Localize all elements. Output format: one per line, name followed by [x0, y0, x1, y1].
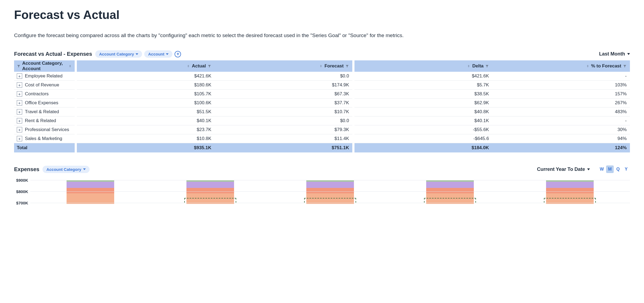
row-category-label: Office Expenses	[25, 100, 58, 106]
pill-account[interactable]: Account	[144, 50, 172, 58]
cell-forecast: $0.0	[215, 72, 352, 81]
cell-delta: $421.6K	[354, 72, 492, 81]
row-category-label: Employee Related	[25, 73, 63, 79]
total-actual: $935.1K	[77, 143, 215, 152]
chart-range-select[interactable]: Current Year To Date	[537, 167, 590, 172]
chart-bar-segment	[306, 193, 354, 204]
cell-delta: $38.5K	[354, 90, 492, 99]
caret-down-icon	[136, 53, 138, 55]
grid-line	[30, 180, 630, 180]
cell-forecast: $79.3K	[215, 125, 352, 134]
y-tick-label: $800K	[16, 189, 28, 194]
grid-line	[30, 191, 630, 192]
chart-section-header: Expenses Account Category Current Year T…	[14, 165, 630, 173]
total-forecast: $751.1K	[215, 143, 352, 152]
expand-row-button[interactable]: +	[17, 82, 22, 88]
table-row-category: +Professional Services	[14, 125, 75, 134]
sort-icon[interactable]	[586, 64, 590, 68]
chart-bar-segment	[306, 182, 354, 188]
granularity-group: WMQY	[598, 165, 630, 173]
col-header-cat[interactable]: Account Category, Account	[14, 60, 75, 72]
expand-row-button[interactable]: +	[17, 100, 22, 106]
cell-actual: $100.6K	[77, 99, 215, 107]
chart-bar[interactable]	[67, 177, 114, 204]
chart-bar-segment	[67, 182, 114, 188]
total-delta: $184.0K	[354, 143, 492, 152]
cell-forecast: $10.7K	[215, 107, 352, 116]
filter-icon[interactable]	[345, 64, 349, 68]
filter-icon[interactable]	[17, 64, 21, 68]
add-dimension-button[interactable]: +	[175, 51, 181, 57]
chart-bar[interactable]	[306, 177, 354, 204]
granularity-q[interactable]: Q	[614, 165, 622, 173]
grid-line	[30, 203, 630, 203]
chart-section-title: Expenses	[14, 166, 39, 172]
pill-label: Account	[148, 52, 164, 56]
cell-delta: $62.9K	[354, 99, 492, 107]
expand-row-button[interactable]: +	[17, 91, 22, 97]
col-header-pct[interactable]: % to Forecast	[492, 60, 630, 72]
pill-label: Account Category	[46, 167, 81, 172]
filter-icon[interactable]	[623, 64, 627, 68]
sort-icon[interactable]	[68, 64, 72, 68]
caret-down-icon	[83, 168, 86, 170]
caret-down-icon	[166, 53, 169, 55]
cell-delta: -$55.6K	[354, 125, 492, 134]
chart-bar-segment	[546, 188, 594, 193]
expand-row-button[interactable]: +	[17, 118, 22, 123]
cell-actual: $421.6K	[77, 72, 215, 81]
chart-bar[interactable]	[186, 177, 234, 204]
table-row-category: +Travel & Related	[14, 107, 75, 116]
cell-pct: 30%	[492, 125, 630, 134]
table-row-category: +Contractors	[14, 90, 75, 99]
pill-account-category[interactable]: Account Category	[95, 50, 142, 58]
table-range-select[interactable]: Last Month	[599, 51, 630, 57]
expand-row-button[interactable]: +	[17, 73, 22, 79]
chart-bar-segment	[186, 182, 234, 188]
table-row-category: +Office Expenses	[14, 99, 75, 107]
expenses-chart: $900K$800K$700K	[14, 177, 630, 204]
y-tick-label: $700K	[16, 201, 28, 205]
cell-pct: 94%	[492, 134, 630, 143]
granularity-w[interactable]: W	[598, 165, 606, 173]
cell-delta: $5.7K	[354, 81, 492, 90]
expand-row-button[interactable]: +	[17, 127, 22, 132]
cell-delta: $40.8K	[354, 107, 492, 116]
col-header-actual[interactable]: Actual	[77, 60, 215, 72]
page-title: Forecast vs Actual	[14, 8, 630, 22]
cell-pct: 267%	[492, 99, 630, 107]
chart-bar[interactable]	[546, 177, 594, 204]
total-pct: 124%	[492, 143, 630, 152]
forecast-vs-actual-table: Account Category, AccountActualForecastD…	[14, 60, 630, 152]
chart-bar-segment	[546, 182, 594, 188]
table-section-title: Forecast vs Actual - Expenses	[14, 51, 92, 57]
sort-icon[interactable]	[186, 64, 190, 68]
cell-pct: 483%	[492, 107, 630, 116]
chart-bar[interactable]	[426, 177, 474, 204]
granularity-m[interactable]: M	[606, 165, 614, 173]
cell-actual: $23.7K	[77, 125, 215, 134]
cell-actual: $40.1K	[77, 116, 215, 125]
chart-bar-segment	[426, 188, 474, 193]
chart-bar-segment	[67, 188, 114, 193]
col-header-label: Forecast	[324, 63, 344, 69]
chart-plot	[30, 177, 630, 204]
table-row-category: +Rent & Related	[14, 116, 75, 125]
range-label: Last Month	[599, 51, 625, 57]
col-header-forecast[interactable]: Forecast	[215, 60, 352, 72]
cell-pct: 103%	[492, 81, 630, 90]
y-tick-label: $900K	[16, 178, 28, 183]
table-row-category: +Sales & Marketing	[14, 134, 75, 143]
row-category-label: Rent & Related	[25, 118, 56, 123]
sort-icon[interactable]	[467, 64, 471, 68]
expand-row-button[interactable]: +	[17, 109, 22, 115]
pill-chart-account-category[interactable]: Account Category	[42, 166, 89, 173]
expand-row-button[interactable]: +	[17, 136, 22, 141]
col-header-delta[interactable]: Delta	[354, 60, 492, 72]
cell-actual: $51.5K	[77, 107, 215, 116]
sort-icon[interactable]	[319, 64, 323, 68]
granularity-y[interactable]: Y	[622, 165, 630, 173]
filter-icon[interactable]	[208, 64, 211, 68]
filter-icon[interactable]	[485, 64, 489, 68]
page-description: Configure the forecast being compared ac…	[14, 32, 630, 38]
